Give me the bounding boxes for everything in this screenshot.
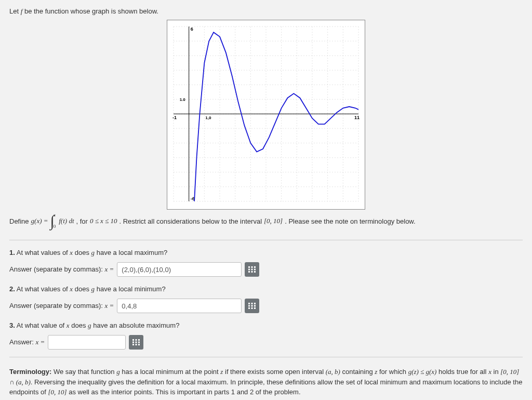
q2-answer-row: Answer (separate by commas): x = bbox=[9, 299, 523, 313]
q1-answer-label: Answer (separate by commas): x = bbox=[9, 265, 114, 274]
q3-t1: At what value of bbox=[15, 321, 66, 329]
q2-input[interactable] bbox=[117, 299, 242, 313]
q3-t3: have an absolute maximum? bbox=[91, 321, 180, 329]
svg-text:11: 11 bbox=[354, 115, 360, 120]
term-label: Terminology: bbox=[9, 368, 51, 376]
svg-rect-41 bbox=[251, 271, 253, 273]
q1-input[interactable] bbox=[117, 262, 242, 277]
svg-rect-54 bbox=[138, 339, 140, 341]
intro-pre: Let bbox=[9, 7, 21, 15]
question-3: 3. At what value of x does g have an abs… bbox=[9, 321, 523, 350]
terminology: Terminology: We say that function g has … bbox=[9, 367, 523, 397]
separator bbox=[9, 240, 523, 240]
svg-rect-51 bbox=[254, 307, 256, 309]
svg-text:-1: -1 bbox=[172, 115, 177, 120]
q2-answer-label: Answer (separate by commas): x = bbox=[9, 302, 114, 310]
svg-text:1.0: 1.0 bbox=[180, 97, 186, 102]
question-1: 1. At what values of x does g have a loc… bbox=[9, 249, 523, 277]
integrand: f(t) dt bbox=[59, 217, 74, 225]
svg-rect-49 bbox=[248, 307, 250, 309]
svg-rect-47 bbox=[251, 305, 253, 307]
define-pre: Define bbox=[9, 217, 29, 225]
svg-text:1,0: 1,0 bbox=[205, 115, 211, 120]
q3-t2: does bbox=[70, 321, 88, 329]
svg-rect-50 bbox=[251, 307, 253, 309]
svg-rect-56 bbox=[136, 342, 137, 343]
svg-rect-60 bbox=[138, 344, 140, 345]
intro-post: be the function whose graph is shown bel… bbox=[22, 7, 158, 15]
q1-answer-row: Answer (separate by commas): x = bbox=[9, 262, 523, 277]
define-post3: . Please see the note on terminology bel… bbox=[285, 217, 416, 225]
keypad-icon[interactable] bbox=[245, 299, 259, 313]
keypad-icon[interactable] bbox=[129, 335, 143, 350]
define-post2: . Restrict all considerations below to t… bbox=[119, 217, 262, 225]
q1-num: 1. bbox=[9, 249, 15, 256]
q2-t1: At what values of bbox=[15, 285, 70, 293]
q2-num: 2. bbox=[9, 285, 15, 293]
svg-rect-59 bbox=[136, 344, 137, 345]
question-2: 2. At what values of x does g have a loc… bbox=[9, 285, 523, 313]
q3-answer-row: Answer: x = bbox=[9, 335, 523, 350]
graph-container: -1116-61,01.0 bbox=[9, 20, 523, 210]
svg-rect-58 bbox=[132, 344, 134, 345]
graph-box: -1116-61,01.0 bbox=[167, 20, 365, 210]
q2-t3: have a local minimum? bbox=[95, 285, 166, 293]
svg-rect-57 bbox=[138, 342, 140, 343]
q1-t3: have a local maximum? bbox=[95, 249, 167, 256]
q1-t1: At what values of bbox=[15, 249, 70, 256]
intro-text: Let f be the function whose graph is sho… bbox=[9, 7, 523, 16]
int-lower: 0 bbox=[54, 224, 56, 229]
svg-rect-45 bbox=[254, 303, 256, 304]
svg-rect-46 bbox=[248, 305, 250, 307]
svg-rect-40 bbox=[248, 271, 250, 273]
svg-rect-42 bbox=[254, 271, 256, 273]
svg-rect-53 bbox=[136, 339, 137, 341]
q3-answer-label: Answer: x = bbox=[9, 338, 45, 346]
q3-input[interactable] bbox=[48, 335, 126, 350]
separator bbox=[9, 357, 523, 357]
svg-rect-43 bbox=[248, 303, 250, 304]
svg-rect-35 bbox=[251, 266, 253, 268]
svg-rect-52 bbox=[132, 339, 134, 341]
svg-rect-48 bbox=[254, 305, 256, 307]
q3-num: 3. bbox=[9, 321, 15, 329]
q1-prompt: 1. At what values of x does g have a loc… bbox=[9, 249, 523, 257]
define-post1: , for bbox=[76, 217, 88, 225]
q3-prompt: 3. At what value of x does g have an abs… bbox=[9, 321, 523, 330]
svg-rect-34 bbox=[248, 266, 250, 268]
int-upper: x bbox=[54, 213, 56, 218]
svg-rect-37 bbox=[248, 269, 250, 270]
svg-text:6: 6 bbox=[191, 27, 193, 32]
keypad-icon[interactable] bbox=[245, 262, 259, 277]
q2-t2: does bbox=[73, 285, 91, 293]
define-cond: 0 ≤ x ≤ 10 bbox=[90, 217, 117, 225]
q1-t2: does bbox=[73, 249, 91, 256]
define-interval: [0, 10] bbox=[264, 217, 283, 225]
svg-rect-38 bbox=[251, 269, 253, 270]
q2-prompt: 2. At what values of x does g have a loc… bbox=[9, 285, 523, 293]
integral: ∫ x 0 f(t) dt bbox=[50, 215, 74, 227]
define-row: Define g(x) = ∫ x 0 f(t) dt , for 0 ≤ x … bbox=[9, 215, 523, 233]
svg-rect-39 bbox=[254, 269, 256, 270]
svg-rect-55 bbox=[132, 342, 134, 343]
svg-rect-36 bbox=[254, 266, 256, 268]
define-lhs: g(x) = bbox=[31, 217, 48, 225]
graph-svg: -1116-61,01.0 bbox=[167, 20, 365, 208]
svg-rect-44 bbox=[251, 303, 253, 304]
